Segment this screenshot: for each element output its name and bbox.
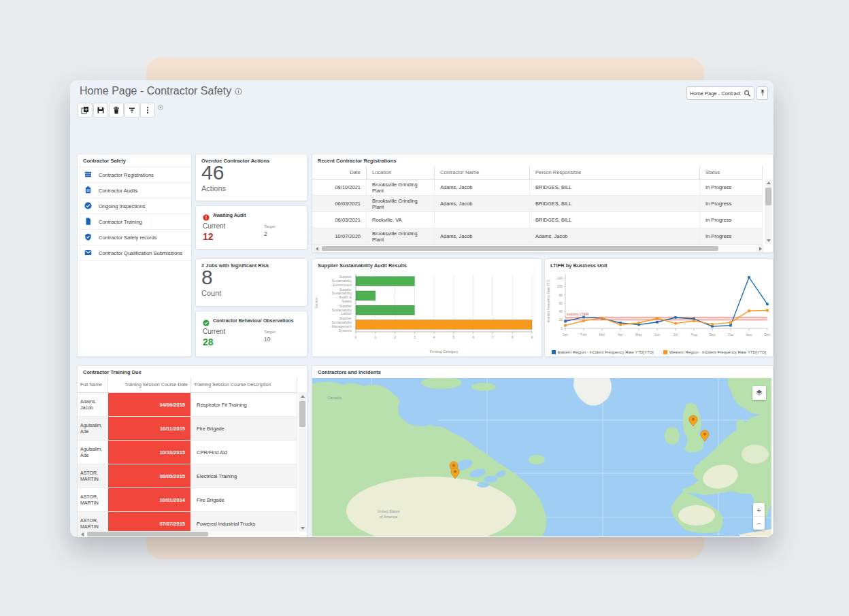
data-point[interactable] — [729, 324, 732, 327]
sidebar-item-contractor-audits[interactable]: Contractor Audits — [78, 183, 191, 199]
kpi-overdue-actions-card[interactable]: Overdue Contractor Actions 46 Actions — [195, 154, 307, 201]
check-circle-icon — [84, 202, 92, 211]
table-row[interactable]: 06/03/2021Brooksville Grinding PlantAdam… — [312, 196, 763, 212]
scroll-thumb[interactable] — [322, 246, 718, 251]
data-point[interactable] — [711, 323, 714, 326]
scroll-up-button[interactable] — [765, 179, 772, 186]
bar-3[interactable] — [356, 320, 532, 329]
scroll-right-button[interactable] — [756, 245, 764, 252]
svg-text:0: 0 — [561, 326, 563, 330]
scroll-left-button[interactable] — [78, 530, 86, 537]
copy-icon — [81, 106, 89, 114]
table-row[interactable]: 06/03/2021Rockville, VABRIDGES, BILLIn P… — [312, 212, 763, 228]
map-layers-button[interactable] — [752, 386, 766, 400]
table-row[interactable]: ASTOR, MARTIN08/05/2015Electrical Traini… — [78, 464, 297, 488]
target-value: 2 — [264, 230, 267, 237]
column-header[interactable]: Training Session Course Date — [108, 377, 191, 392]
vertical-scrollbar[interactable] — [299, 392, 306, 532]
svg-text:60: 60 — [559, 301, 563, 305]
scroll-thumb[interactable] — [87, 532, 208, 536]
world-map[interactable]: Canada United States of America — [312, 378, 771, 536]
svg-text:120: 120 — [557, 276, 563, 280]
column-header[interactable]: Location — [367, 166, 435, 179]
column-header[interactable]: Status — [700, 166, 763, 179]
kpi-unit: Actions — [201, 184, 226, 192]
map-central-europe-plains — [742, 445, 769, 464]
data-point[interactable] — [582, 316, 585, 319]
kpi-awaiting-audit-card[interactable]: Awaiting Audit Current 12 Target 2 — [195, 205, 307, 250]
data-point[interactable] — [564, 320, 567, 323]
sidebar-item-label: Contractor Audits — [99, 188, 138, 194]
column-header[interactable]: Full Name — [78, 377, 108, 392]
sidebar-item-ongoing-inspections[interactable]: Ongoing Inspections — [78, 199, 191, 214]
table-cell: In Progress — [700, 212, 763, 228]
sidebar-item-contractor-safety-records[interactable]: Contractor Safety records — [78, 230, 191, 245]
scroll-up-button[interactable] — [299, 392, 306, 400]
data-point[interactable] — [637, 322, 640, 324]
data-point[interactable] — [748, 276, 750, 279]
bar-1[interactable] — [356, 291, 376, 301]
recent-registrations-card: Recent Contractor Registrations DateLoca… — [312, 154, 773, 253]
column-header[interactable]: Contractor Name — [435, 166, 530, 179]
search-icon[interactable] — [744, 90, 751, 97]
bar-2[interactable] — [356, 305, 414, 315]
data-point[interactable] — [693, 318, 695, 320]
data-point[interactable] — [748, 309, 750, 312]
sidebar-item-contractor-registrations[interactable]: Contractor Registrations — [78, 167, 191, 183]
data-point[interactable] — [766, 309, 769, 312]
data-point[interactable] — [656, 317, 659, 320]
delete-button[interactable] — [109, 103, 124, 118]
table-cell: ASTOR, MARTIN — [78, 464, 108, 487]
svg-text:Industry LTIFR: Industry LTIFR — [567, 312, 589, 316]
column-header[interactable]: Date — [312, 166, 367, 179]
table-row[interactable]: ASTOR, MARTIN10/01/2014Fire Brigade — [78, 488, 297, 512]
widget-settings-icon[interactable] — [158, 101, 163, 113]
card-title: Recent Contractor Registrations — [318, 158, 396, 164]
horizontal-scrollbar[interactable] — [313, 245, 764, 252]
zoom-out-button[interactable]: − — [753, 516, 765, 530]
zoom-in-button[interactable]: + — [753, 503, 765, 516]
sidebar-item-contractor-training[interactable]: Contractor Training — [78, 214, 191, 230]
scroll-down-button[interactable] — [299, 524, 306, 532]
kpi-jobs-risk-card[interactable]: # Jobs with Significant Risk 8 Count — [195, 258, 307, 307]
data-point[interactable] — [766, 303, 769, 306]
scroll-thumb[interactable] — [299, 401, 305, 427]
copy-button[interactable] — [78, 103, 93, 118]
data-point[interactable] — [564, 324, 567, 327]
data-point[interactable] — [674, 316, 677, 319]
scroll-thumb[interactable] — [765, 188, 771, 205]
data-point[interactable] — [674, 322, 677, 325]
kpi-behaviour-observations-card[interactable]: Contractor Behaviour Observations Curren… — [195, 311, 307, 357]
sidebar-item-contractor-qualification-submissions[interactable]: Contractor Qualification Submissions — [78, 245, 191, 261]
table-row[interactable]: 10/07/2020Brooksville Grinding PlantAdam… — [312, 228, 763, 245]
data-point[interactable] — [601, 317, 603, 320]
more-button[interactable] — [140, 103, 155, 118]
scroll-down-button[interactable] — [765, 237, 772, 244]
scroll-left-button[interactable] — [313, 245, 320, 252]
vertical-scrollbar[interactable] — [765, 179, 772, 244]
data-point[interactable] — [693, 320, 695, 322]
data-point[interactable] — [729, 322, 732, 324]
data-point[interactable] — [711, 325, 714, 328]
search-input[interactable]: Home Page - Contract — [686, 86, 754, 100]
save-icon — [97, 106, 105, 114]
data-point[interactable] — [619, 324, 622, 326]
horizontal-scrollbar[interactable] — [78, 531, 298, 537]
save-button[interactable] — [93, 103, 108, 118]
column-header[interactable]: Training Session Course Description — [191, 377, 297, 392]
data-point[interactable] — [582, 320, 585, 322]
sidebar-card: Contractor Safety Contractor Registratio… — [77, 154, 192, 357]
info-icon[interactable] — [235, 88, 242, 95]
table-row[interactable]: Agulsalim, Ade10/10/2015CPR/First Aid — [78, 441, 297, 464]
svg-text:Systems: Systems — [339, 328, 352, 332]
table-row[interactable]: Adams, Jacob04/09/2019Respirator Fit Tra… — [78, 393, 297, 417]
table-row[interactable]: 08/10/2021Brooksville Grinding PlantAdam… — [312, 179, 763, 196]
column-header[interactable]: Person Responsible — [530, 166, 700, 179]
data-point[interactable] — [656, 321, 659, 324]
filter-button[interactable] — [124, 103, 139, 118]
legend-item: Eastern Region - Incident Frequency Rate… — [552, 350, 654, 354]
table-row[interactable]: Agulsalim, Ade10/11/2015Fire Brigade — [78, 417, 297, 441]
map-ireland — [665, 427, 680, 445]
bar-0[interactable] — [356, 277, 414, 286]
pin-button[interactable] — [756, 86, 768, 100]
